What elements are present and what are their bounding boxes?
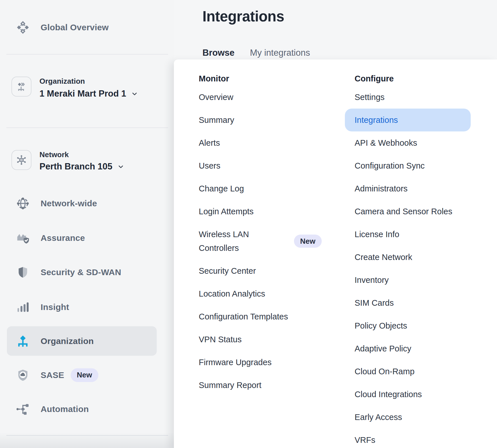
sidebar-item-label: Assurance [41, 233, 85, 243]
menu-item-settings[interactable]: Settings [355, 90, 480, 104]
menu-item-label: Overview [199, 90, 233, 104]
sidebar-item-security-and-sd-wan[interactable]: Security & SD-WAN [7, 257, 157, 287]
organization-kicker: Organization [39, 77, 85, 85]
menu-item-configuration-sync[interactable]: Configuration Sync [355, 159, 480, 173]
menu-item-wireless-lan-controllers[interactable]: Wireless LAN ControllersNew [199, 227, 322, 255]
menu-item-license-info[interactable]: License Info [355, 227, 480, 241]
menu-item-label: Early Access [355, 410, 402, 424]
sidebar-item-insight[interactable]: Insight [7, 292, 157, 322]
sidebar-divider [6, 127, 168, 128]
menu-item-label: Summary [199, 113, 234, 127]
menu-item-label: Summary Report [199, 378, 261, 392]
sidebar-item-label: Network-wide [41, 199, 97, 208]
network-selector-icon [11, 150, 31, 170]
menu-item-label: Login Attempts [199, 205, 254, 218]
organization-selector-icon [11, 77, 31, 97]
menu-item-create-network[interactable]: Create Network [355, 250, 480, 264]
sidebar-item-label: Global Overview [41, 23, 109, 32]
sidebar-item-label: Security & SD-WAN [41, 267, 121, 277]
organization-tree-icon [15, 334, 31, 348]
menu-item-firmware-upgrades[interactable]: Firmware Upgrades [199, 355, 322, 369]
menu-item-label: Integrations [355, 113, 398, 127]
menu-item-change-log[interactable]: Change Log [199, 182, 322, 195]
network-name: Perth Branch 105 [39, 160, 112, 173]
menu-item-label: Wireless LAN Controllers [199, 227, 271, 255]
menu-item-api-and-webhooks[interactable]: API & Webhooks [355, 136, 480, 150]
menu-item-label: Settings [355, 90, 385, 104]
menu-item-label: Cloud Integrations [355, 387, 422, 401]
menu-item-early-access[interactable]: Early Access [355, 410, 480, 424]
menu-item-sim-cards[interactable]: SIM Cards [355, 296, 480, 310]
sidebar-divider [6, 435, 168, 436]
sidebar-item-global-overview[interactable]: Global Overview [7, 13, 157, 42]
monitor-items: OverviewSummaryAlertsUsersChange LogLogi… [199, 90, 322, 392]
sidebar-item-sase[interactable]: SASENew [7, 360, 157, 390]
menu-item-label: License Info [355, 227, 399, 241]
network-selector[interactable]: Network Perth Branch 105 [11, 150, 125, 173]
tab-bar: BrowseMy integrations [202, 46, 310, 59]
menu-item-cloud-on-ramp[interactable]: Cloud On-Ramp [355, 365, 480, 378]
menu-item-cloud-integrations[interactable]: Cloud Integrations [355, 387, 480, 401]
monitor-column: Monitor OverviewSummaryAlertsUsersChange… [199, 72, 322, 401]
new-badge: New [294, 235, 322, 248]
tab-browse[interactable]: Browse [202, 46, 234, 59]
configure-heading: Configure [355, 72, 480, 85]
organization-menu-panel: Monitor OverviewSummaryAlertsUsersChange… [174, 59, 497, 448]
chevron-down-icon [131, 90, 138, 98]
menu-item-label: Configuration Templates [199, 310, 288, 323]
menu-item-label: Adaptive Policy [355, 342, 411, 355]
menu-item-label: Administrators [355, 182, 407, 195]
sidebar-item-network-wide[interactable]: Network-wide [7, 189, 157, 218]
chevron-down-icon [117, 163, 125, 171]
network-wide-icon [15, 196, 31, 211]
configure-column: Configure SettingsIntegrationsAPI & Webh… [355, 72, 480, 448]
menu-item-configuration-templates[interactable]: Configuration Templates [199, 310, 322, 323]
sidebar: Global Overview Organization 1 Meraki Ma… [0, 0, 174, 448]
menu-item-vpn-status[interactable]: VPN Status [199, 333, 322, 346]
tab-my-integrations[interactable]: My integrations [250, 46, 310, 59]
menu-item-summary-report[interactable]: Summary Report [199, 378, 322, 392]
organization-name: 1 Meraki Mart Prod 1 [39, 87, 126, 100]
menu-item-label: Location Analytics [199, 287, 265, 301]
menu-item-label: Alerts [199, 136, 220, 150]
automation-flow-icon [15, 402, 31, 417]
menu-item-label: API & Webhooks [355, 136, 417, 150]
menu-item-security-center[interactable]: Security Center [199, 264, 322, 278]
network-kicker: Network [39, 150, 69, 159]
menu-item-users[interactable]: Users [199, 159, 322, 173]
menu-item-camera-and-sensor-roles[interactable]: Camera and Sensor Roles [355, 205, 480, 218]
menu-item-label: Configuration Sync [355, 159, 425, 173]
menu-item-location-analytics[interactable]: Location Analytics [199, 287, 322, 301]
menu-item-label: Security Center [199, 264, 256, 278]
menu-item-label: Inventory [355, 273, 389, 287]
menu-item-label: Cloud On-Ramp [355, 365, 415, 378]
insight-bars-icon [15, 300, 31, 314]
menu-item-summary[interactable]: Summary [199, 113, 322, 127]
menu-item-label: VPN Status [199, 333, 242, 346]
sidebar-item-label: Automation [41, 404, 89, 414]
menu-item-vrfs[interactable]: VRFs [355, 433, 480, 447]
new-badge: New [71, 368, 98, 382]
menu-item-administrators[interactable]: Administrators [355, 182, 480, 195]
menu-item-adaptive-policy[interactable]: Adaptive Policy [355, 342, 480, 355]
sidebar-bottom-fade [0, 432, 174, 448]
menu-item-label: Users [199, 159, 220, 173]
sidebar-divider [6, 54, 168, 55]
sidebar-item-assurance[interactable]: Assurance [7, 223, 157, 253]
sase-shield-cloud-icon [15, 368, 31, 382]
organization-selector[interactable]: Organization 1 Meraki Mart Prod 1 [11, 77, 138, 100]
menu-item-alerts[interactable]: Alerts [199, 136, 322, 150]
sidebar-item-organization[interactable]: Organization [7, 326, 157, 356]
menu-item-label: Policy Objects [355, 319, 407, 333]
sidebar-item-automation[interactable]: Automation [7, 394, 157, 424]
menu-item-integrations[interactable]: Integrations [345, 109, 471, 131]
menu-item-label: Firmware Upgrades [199, 355, 272, 369]
menu-item-overview[interactable]: Overview [199, 90, 322, 104]
menu-item-inventory[interactable]: Inventory [355, 273, 480, 287]
menu-item-label: Camera and Sensor Roles [355, 205, 452, 218]
meraki-dashboard: Integrations BrowseMy integrations Globa… [0, 0, 497, 448]
menu-item-login-attempts[interactable]: Login Attempts [199, 205, 322, 218]
menu-item-policy-objects[interactable]: Policy Objects [355, 319, 480, 333]
assurance-icon [15, 231, 31, 245]
page-title: Integrations [202, 8, 284, 25]
